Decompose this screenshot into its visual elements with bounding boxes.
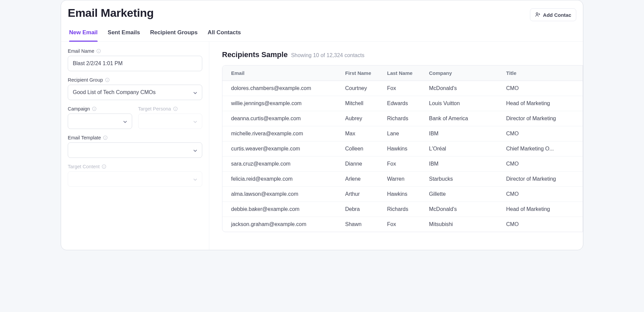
cell-email: sara.cruz@example.com (222, 157, 336, 172)
cell-title: CMO (497, 157, 583, 172)
select-value: Good List of Tech Company CMOs (73, 89, 156, 95)
svg-point-5 (98, 50, 99, 50)
table-row[interactable]: michelle.rivera@example.comMaxLaneIBMCMO (222, 126, 583, 141)
field-label: Email Name (68, 48, 202, 54)
label-text: Target Persona (138, 106, 171, 112)
cell-email: willie.jennings@example.com (222, 96, 336, 111)
add-contact-label: Add Contac (543, 12, 571, 18)
field-email-template: Email Template (68, 135, 202, 158)
add-contact-button[interactable]: Add Contac (530, 8, 576, 21)
svg-point-0 (536, 12, 538, 14)
cell-company: L'Oréal (420, 141, 497, 157)
svg-point-11 (94, 108, 95, 108)
cell-first: Arthur (336, 187, 378, 202)
field-label: Email Template (68, 135, 202, 140)
cell-company: Starbucks (420, 172, 497, 187)
col-first-name: First Name (336, 65, 378, 81)
cell-title: Head of Marketing (497, 202, 583, 217)
tab-recipient-groups[interactable]: Recipient Groups (150, 27, 198, 41)
field-target-persona: Target Persona (138, 106, 203, 129)
cell-last: Richards (378, 111, 420, 126)
cell-email: debbie.baker@example.com (222, 202, 336, 217)
tab-new-email[interactable]: New Email (69, 27, 98, 41)
chevron-down-icon (193, 119, 197, 123)
svg-point-17 (105, 137, 105, 137)
info-icon (92, 106, 97, 111)
chevron-down-icon (193, 177, 197, 181)
cell-first: Mitchell (336, 96, 378, 111)
cell-last: Fox (378, 81, 420, 96)
label-text: Email Name (68, 48, 94, 54)
info-icon (96, 49, 101, 53)
cell-email: felicia.reid@example.com (222, 172, 336, 187)
info-icon (102, 164, 106, 169)
cell-first: Arlene (336, 172, 378, 187)
table-row[interactable]: deanna.curtis@example.comAubreyRichardsB… (222, 111, 583, 126)
table-row[interactable]: alma.lawson@example.comArthurHawkinsGill… (222, 187, 583, 202)
cell-company: McDonald's (420, 202, 497, 217)
page-title: Email Marketing (68, 6, 154, 19)
tabs: New EmailSent EmailsRecipient GroupsAll … (61, 21, 583, 42)
cell-title: CMO (497, 217, 583, 232)
cell-company: Mitsubishi (420, 217, 497, 232)
recipient-group-select[interactable]: Good List of Tech Company CMOs (68, 85, 202, 100)
col-title: Title (497, 65, 583, 81)
table-row[interactable]: felicia.reid@example.comArleneWarrenStar… (222, 172, 583, 187)
tab-all-contacts[interactable]: All Contacts (208, 27, 241, 41)
cell-last: Hawkins (378, 141, 420, 157)
svg-point-8 (107, 79, 107, 79)
cell-company: IBM (420, 126, 497, 141)
cell-title: CMO (497, 81, 583, 96)
cell-email: dolores.chambers@example.com (222, 81, 336, 96)
recipients-subtitle: Showing 10 of 12,324 contacts (291, 52, 365, 58)
app-frame: Email Marketing Add Contac New EmailSent… (61, 0, 583, 250)
cell-email: alma.lawson@example.com (222, 187, 336, 202)
table-row[interactable]: sara.cruz@example.comDianneFoxIBMCMO (222, 157, 583, 172)
col-last-name: Last Name (378, 65, 420, 81)
field-campaign: Campaign (68, 106, 132, 129)
cell-last: Lane (378, 126, 420, 141)
section-head: Recipients Sample Showing 10 of 12,324 c… (222, 50, 583, 59)
cell-last: Richards (378, 202, 420, 217)
chevron-down-icon (123, 119, 127, 123)
table-row[interactable]: jackson.graham@example.comShawnFoxMitsub… (222, 217, 583, 232)
table-row[interactable]: willie.jennings@example.comMitchellEdwar… (222, 96, 583, 111)
table-row[interactable]: dolores.chambers@example.comCourtneyFoxM… (222, 81, 583, 96)
target-persona-select (138, 114, 203, 129)
table-row[interactable]: curtis.weaver@example.comColleenHawkinsL… (222, 141, 583, 157)
chevron-down-icon (193, 90, 197, 94)
field-label: Target Persona (138, 106, 203, 112)
cell-first: Debra (336, 202, 378, 217)
email-template-select[interactable] (68, 142, 202, 158)
tab-sent-emails[interactable]: Sent Emails (108, 27, 140, 41)
cell-company: IBM (420, 157, 497, 172)
recipients-table: EmailFirst NameLast NameCompanyTitle dol… (222, 65, 583, 232)
cell-last: Hawkins (378, 187, 420, 202)
field-label: Recipient Group (68, 77, 202, 83)
sidebar-form: Email Name Recipient Group Good List of … (61, 42, 209, 250)
col-company: Company (420, 65, 497, 81)
info-icon (103, 135, 108, 140)
content: Email Name Recipient Group Good List of … (61, 42, 583, 250)
label-text: Email Template (68, 135, 101, 140)
cell-last: Fox (378, 157, 420, 172)
user-plus-icon (535, 12, 540, 18)
cell-email: deanna.curtis@example.com (222, 111, 336, 126)
cell-email: michelle.rivera@example.com (222, 126, 336, 141)
target-content-select (68, 171, 202, 187)
email-name-input[interactable] (68, 56, 202, 71)
cell-title: Director of Marketing (497, 172, 583, 187)
cell-title: CMO (497, 187, 583, 202)
label-text: Target Content (68, 164, 100, 169)
main-panel: Recipients Sample Showing 10 of 12,324 c… (209, 42, 583, 250)
cell-title: Head of Marketing (497, 96, 583, 111)
campaign-select[interactable] (68, 114, 132, 129)
cell-last: Edwards (378, 96, 420, 111)
cell-first: Dianne (336, 157, 378, 172)
cell-last: Warren (378, 172, 420, 187)
field-label: Campaign (68, 106, 132, 112)
cell-company: Gillette (420, 187, 497, 202)
cell-title: Chief Marketing O... (497, 141, 583, 157)
table-row[interactable]: debbie.baker@example.comDebraRichardsMcD… (222, 202, 583, 217)
label-text: Recipient Group (68, 77, 103, 83)
